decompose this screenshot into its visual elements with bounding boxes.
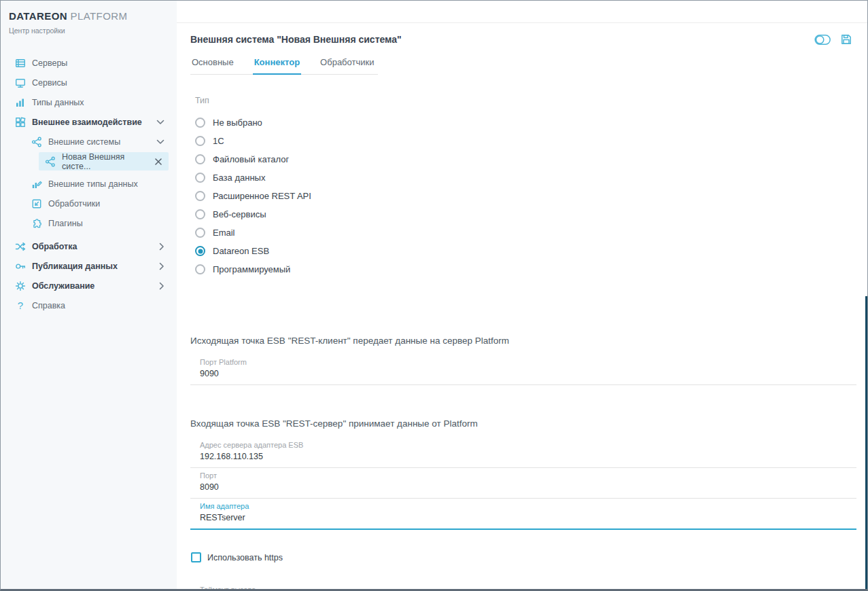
external-system-icon: [44, 156, 56, 168]
field-label: Имя адаптера: [200, 499, 856, 510]
plugins-icon: [31, 217, 43, 230]
radio-icon: [195, 154, 205, 164]
main-area: Внешняя система "Новая Внешняя система": [177, 1, 867, 589]
page-title: Внешняя система "Новая Внешняя система": [190, 34, 402, 45]
radio-file-catalog[interactable]: Файловый каталог: [195, 150, 856, 168]
field-label: Таймаут вызова: [200, 582, 856, 589]
sidebar: DATAREON PLATFORM Центр настройки Сервер…: [1, 1, 177, 589]
tab-connector[interactable]: Коннектор: [253, 57, 301, 75]
field-label: Порт: [200, 468, 856, 480]
external-systems-icon: [31, 136, 43, 148]
logo: DATAREON PLATFORM Центр настройки: [1, 9, 177, 35]
header-icons: [814, 33, 856, 46]
handlers-icon: [31, 198, 43, 210]
chevron-down-icon[interactable]: [156, 139, 164, 145]
radio-email[interactable]: Email: [195, 223, 856, 242]
port-field[interactable]: Порт 8090: [190, 468, 856, 499]
chevron-right-icon[interactable]: [159, 243, 164, 251]
sidebar-item-label: Обслуживание: [32, 281, 94, 291]
maintenance-icon: [14, 280, 27, 292]
type-group-label: Тип: [195, 96, 856, 105]
sidebar-item-external-interaction[interactable]: Внешнее взаимодействие: [1, 112, 177, 132]
scrollbar-thumb[interactable]: [865, 296, 867, 591]
tab-handlers[interactable]: Обработчики: [319, 57, 375, 74]
radio-web-services[interactable]: Веб-сервисы: [195, 205, 856, 223]
radio-programmable[interactable]: Программируемый: [195, 260, 856, 279]
radio-icon: [195, 228, 205, 238]
close-icon[interactable]: [155, 158, 162, 165]
content: Внешняя система "Новая Внешняя система": [177, 23, 867, 589]
radio-icon: [195, 173, 205, 183]
incoming-section-heading: Входящая точка ESB "REST-сервер" принима…: [190, 418, 856, 429]
esb-adapter-address-input[interactable]: 192.168.110.135: [200, 452, 856, 467]
chevron-down-icon[interactable]: [156, 120, 164, 125]
sidebar-item-label: Внешние системы: [48, 137, 120, 147]
sidebar-item-maintenance[interactable]: Обслуживание: [1, 276, 177, 296]
sidebar-item-label: Внешнее взаимодействие: [32, 118, 142, 127]
radio-1c[interactable]: 1С: [195, 132, 856, 150]
sidebar-item-help[interactable]: ? Справка: [1, 296, 177, 315]
field-label: Адрес сервера адаптера ESB: [200, 437, 856, 449]
compare-toggle-icon[interactable]: [814, 34, 831, 46]
logo-primary: DATAREON: [9, 10, 67, 22]
data-types-icon: [14, 96, 27, 109]
field-label: Порт Platform: [200, 355, 856, 366]
sidebar-item-label: Новая Внешняя систе...: [62, 152, 155, 171]
tab-main[interactable]: Основные: [190, 57, 235, 74]
adapter-name-input[interactable]: RESTserver: [200, 513, 856, 529]
processing-icon: [14, 240, 27, 253]
logo-subtitle: Центр настройки: [9, 26, 169, 35]
logo-secondary: PLATFORM: [71, 10, 128, 22]
radio-icon: [195, 118, 205, 128]
sidebar-item-label: Обработка: [32, 242, 77, 251]
help-icon: ?: [14, 300, 27, 312]
adapter-name-field[interactable]: Имя адаптера RESTserver: [190, 499, 856, 530]
sidebar-selected-row: Новая Внешняя систе...: [1, 151, 177, 171]
tab-bar: Основные Коннектор Обработчики: [190, 57, 378, 75]
sidebar-item-data-publication[interactable]: Публикация данных: [1, 256, 177, 276]
sidebar-item-label: Публикация данных: [32, 262, 118, 271]
radio-icon: [195, 264, 205, 274]
chevron-right-icon[interactable]: [159, 262, 164, 270]
top-bar: [177, 1, 867, 23]
sidebar-item-label: Плагины: [48, 219, 83, 228]
sidebar-item-label: Серверы: [32, 58, 67, 68]
radio-datareon-esb[interactable]: Datareon ESB: [195, 242, 856, 260]
save-icon[interactable]: [840, 33, 852, 46]
radio-extended-rest-api[interactable]: Расширенное REST API: [195, 187, 856, 205]
app-window: DATAREON PLATFORM Центр настройки Сервер…: [0, 0, 868, 591]
sidebar-item-external-data-types[interactable]: Внешние типы данных: [1, 174, 177, 194]
radio-icon: [195, 209, 205, 219]
sidebar-item-label: Типы данных: [32, 98, 84, 107]
sidebar-item-servers[interactable]: Серверы: [1, 53, 177, 73]
call-timeout-field[interactable]: Таймаут вызова 10 Сек: [190, 582, 856, 589]
use-https-label: Использовать https: [207, 553, 283, 562]
sidebar-item-plugins[interactable]: Плагины: [1, 213, 177, 233]
sidebar-item-handlers[interactable]: Обработчики: [1, 194, 177, 213]
external-data-types-icon: [31, 178, 43, 190]
services-icon: [14, 77, 27, 89]
sidebar-item-label: Обработчики: [48, 199, 100, 209]
port-platform-field[interactable]: Порт Platform 9090: [190, 355, 856, 385]
radio-icon: [195, 191, 205, 201]
esb-adapter-address-field[interactable]: Адрес сервера адаптера ESB 192.168.110.1…: [190, 437, 856, 468]
sidebar-item-external-systems[interactable]: Внешние системы: [1, 132, 177, 151]
outgoing-section-heading: Исходящая точка ESB "REST-клиент" переда…: [190, 336, 856, 346]
port-platform-input[interactable]: 9090: [200, 369, 856, 384]
sidebar-item-services[interactable]: Сервисы: [1, 73, 177, 92]
checkbox-icon[interactable]: [191, 552, 201, 562]
radio-icon: [195, 136, 205, 146]
type-radio-group: Не выбрано 1С Файловый каталог База данн…: [195, 113, 856, 279]
sidebar-item-new-external-system[interactable]: Новая Внешняя систе...: [39, 152, 169, 171]
sidebar-item-label: Справка: [32, 301, 65, 310]
chevron-right-icon[interactable]: [159, 282, 164, 290]
data-publication-icon: [14, 260, 27, 272]
radio-database[interactable]: База данных: [195, 168, 856, 187]
radio-not-selected[interactable]: Не выбрано: [195, 113, 856, 132]
port-input[interactable]: 8090: [200, 482, 856, 498]
use-https-row[interactable]: Использовать https: [191, 552, 856, 562]
sidebar-item-label: Внешние типы данных: [48, 179, 138, 189]
sidebar-item-processing[interactable]: Обработка: [1, 236, 177, 256]
sidebar-item-label: Сервисы: [32, 78, 67, 88]
sidebar-item-data-types[interactable]: Типы данных: [1, 92, 177, 112]
